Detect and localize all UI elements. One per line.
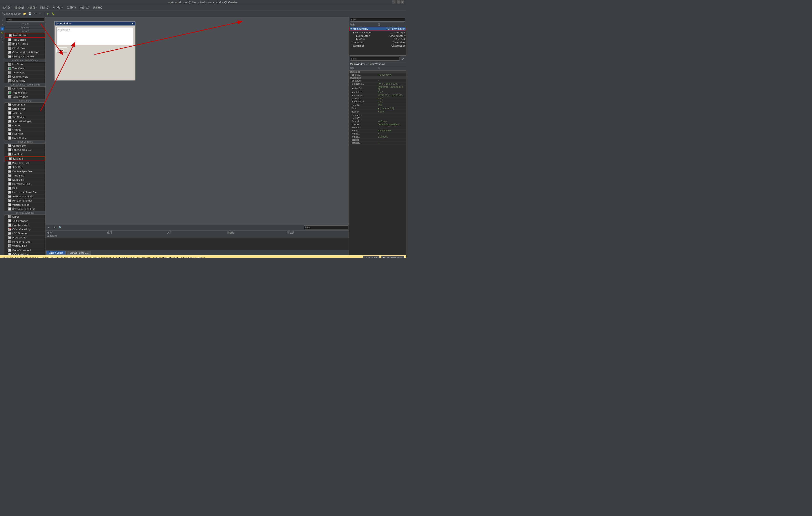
palette-item-calendarwidget[interactable]: 📅 Calendar Widget (5, 227, 45, 232)
palette-search-input[interactable] (6, 18, 45, 22)
bottom-toolbar-btn2[interactable]: ⚙ (52, 225, 57, 230)
tree-item-pushbutton[interactable]: pushButton QPushButton (349, 34, 406, 37)
palette-item-dialogbuttonbox[interactable]: ⬜ Dialog Button Box (5, 54, 45, 59)
palette-item-keysequenceedit[interactable]: ⬜ Key Sequence Edit (5, 207, 45, 211)
mode-debug[interactable]: 🐛 (0, 31, 4, 35)
palette-item-groupbox[interactable]: ⬜ Group Box (5, 103, 45, 107)
maximize-button[interactable]: □ (397, 0, 400, 3)
toolbar-redo[interactable]: ↪ (38, 11, 43, 16)
prop-row-geometry[interactable]: ▶ geome... [(0, 0), 800 x 600] (349, 82, 406, 85)
menu-debug[interactable]: 调试(D) (38, 5, 51, 10)
palette-item-datetimeedit[interactable]: ⬜ Date/Time Edit (5, 182, 45, 186)
bottom-toolbar-btn3[interactable]: 🔍 (58, 225, 63, 230)
palette-item-textbrowser[interactable]: ⬜ Text Browser (5, 219, 45, 223)
prop-row-tooltipduration[interactable]: toolTip... -1 (349, 141, 406, 144)
palette-item-label[interactable]: A Label (5, 215, 45, 219)
palette-item-stackedwidget[interactable]: ⬜ Stacked Widget (5, 119, 45, 124)
palette-item-graphicsview[interactable]: ⬜ Graphics View (5, 223, 45, 227)
prop-row-palette[interactable]: palette 继承 (349, 103, 406, 107)
palette-item-treewidget[interactable]: 🌲 Tree Widget (5, 91, 45, 95)
menu-edit[interactable]: 编辑(E) (13, 5, 26, 10)
palette-item-hline[interactable]: ─ Horizontal Line (5, 240, 45, 244)
prop-row-sizepolicy[interactable]: ▶ sizePol... [Preferred, Preferred, 0, 0… (349, 85, 406, 91)
prop-row-tooltip[interactable]: toolTip (349, 138, 406, 141)
menu-widgets[interactable]: 控件(W) (78, 5, 91, 10)
tree-item-statusbar[interactable]: statusbar QStatusBar (349, 44, 406, 48)
prop-row-cursor[interactable]: cursor ✦ 箭头 (349, 110, 406, 114)
palette-item-tablewidget[interactable]: ⊞ Table Widget (5, 95, 45, 99)
palette-item-undoview[interactable]: ↩ Undo View (5, 79, 45, 83)
palette-item-treeview[interactable]: 🌲 Tree View (5, 66, 45, 71)
palette-item-hscrollbar[interactable]: ⬜ Horizontal Scroll Bar (5, 190, 45, 194)
prop-row-basesize[interactable]: ▶ baseSize 0 x 0 (349, 100, 406, 103)
palette-item-pushbutton[interactable]: ⬜ Push Button (5, 33, 45, 38)
prop-row-maximumsize[interactable]: ▶ maxim... 16777215 x 16777215 (349, 94, 406, 97)
tree-item-centralwidget[interactable]: ▼ centralwidget QWidget (349, 31, 406, 34)
mode-projects[interactable]: ⚙ (0, 35, 4, 39)
palette-item-tabwidget[interactable]: ⬜ Tab Widget (5, 115, 45, 119)
menu-tools[interactable]: 工具(T) (65, 5, 78, 10)
bottom-toolbar-btn1[interactable]: + (46, 225, 51, 230)
toolbar-run[interactable]: ▶ (46, 11, 51, 16)
bottom-filter-input[interactable] (304, 225, 348, 229)
prop-row-accept[interactable]: accept... (349, 126, 406, 129)
canvas-start-button[interactable]: start (56, 48, 67, 53)
toolbar-debug[interactable]: 🐛 (51, 11, 56, 16)
palette-item-vslider[interactable]: ⬜ Vertical Slider (5, 203, 45, 207)
mode-edit[interactable]: ✎ (0, 22, 4, 26)
palette-item-combobox[interactable]: ⬜ Combo Box (5, 144, 45, 148)
palette-item-listwidget[interactable]: ☰ List Widget (5, 87, 45, 91)
menu-analyze[interactable]: Analyze (51, 5, 65, 10)
mode-welcome[interactable]: ⌂ (0, 18, 4, 22)
palette-item-hslider[interactable]: ⬜ Horizontal Slider (5, 199, 45, 203)
palette-item-qquickwidget[interactable]: ⬜ QQuickWidget (5, 252, 45, 255)
palette-item-openglwidget[interactable]: ⬜ OpenGL Widget (5, 248, 45, 252)
palette-item-toolbox[interactable]: ⬜ Tool Box (5, 111, 45, 115)
tab-action-editor[interactable]: Action Editor (46, 251, 66, 255)
palette-item-checkbox[interactable]: ☑ Check Box (5, 46, 45, 50)
tree-item-mainwindow[interactable]: ▼ MainWindow QMainWindow (349, 27, 406, 31)
minimize-button[interactable]: ─ (393, 0, 396, 3)
palette-item-toolbutton[interactable]: ⬜ Tool Button (5, 38, 45, 42)
tree-item-textedit[interactable]: textEdit QTextEdit (349, 37, 406, 41)
toolbar-undo[interactable]: ↩ (33, 11, 37, 16)
palette-item-spinbox[interactable]: ⬜ Spin Box (5, 165, 45, 169)
prop-row-windowicon[interactable]: windo... ≡ (349, 132, 406, 135)
palette-item-vscrollbar[interactable]: ⬜ Vertical Scroll Bar (5, 194, 45, 199)
canvas-area[interactable]: MainWindow ✕ 在这里输入 start (46, 17, 349, 224)
prop-row-tablet[interactable]: tabletT... (349, 117, 406, 120)
menu-build[interactable]: 构建(B) (26, 5, 38, 10)
dont-show-button[interactable]: Do Not Show Again (381, 256, 404, 258)
palette-item-radiobutton[interactable]: ◉ Radio Button (5, 42, 45, 46)
palette-item-vline[interactable]: │ Vertical Line (5, 244, 45, 248)
tree-item-menubar[interactable]: menubar QMenuBar (349, 41, 406, 44)
palette-item-dial[interactable]: ⬜ Dial (5, 186, 45, 190)
prop-row-windowtitle[interactable]: windo... MainWindow (349, 129, 406, 132)
palette-item-widget[interactable]: ⬜ Widget (5, 128, 45, 132)
tab-signals-slots[interactable]: Signals_Slots E... (66, 251, 91, 255)
close-button[interactable]: ✕ (401, 0, 404, 3)
palette-item-dockwidget[interactable]: ⬜ Dock Widget (5, 136, 45, 140)
inspector-search-input[interactable] (350, 18, 405, 22)
prop-row-font[interactable]: font ▲ [Ubuntu, 11] (349, 107, 406, 110)
prop-row-contextmenu[interactable]: contex... DefaultContextMenu (349, 123, 406, 126)
prop-row-enabled[interactable]: enabled ✓ (349, 79, 406, 82)
palette-item-mdiarea[interactable]: ⬜ MDI Area (5, 132, 45, 136)
palette-item-fontcombobox[interactable]: ⬜ Font Combo Box (5, 148, 45, 152)
palette-item-tableview[interactable]: ⊞ Table View (5, 71, 45, 75)
prop-row-mouse[interactable]: mouse... (349, 114, 406, 117)
toolbar-save[interactable]: 💾 (27, 11, 32, 16)
prop-row-objectname[interactable]: object... MainWindow (349, 73, 406, 77)
prop-row-windowopacity[interactable]: windo... 1.000000 (349, 135, 406, 138)
palette-item-doublespinbox[interactable]: ⬜ Double Spin Box (5, 169, 45, 173)
palette-item-dateedit[interactable]: ⬜ Date Edit (5, 178, 45, 182)
palette-item-lcdnumber[interactable]: ⬜ LCD Number (5, 232, 45, 236)
mode-help[interactable]: ? (0, 40, 4, 44)
prop-row-focuspolicy[interactable]: focusP... NoFocus (349, 120, 406, 123)
prop-row-sizeincrement[interactable]: sizeInc... 0 x 0 (349, 97, 406, 100)
palette-item-progressbar[interactable]: ⬜ Progress Bar (5, 236, 45, 240)
palette-item-lineedit[interactable]: ⬜ Line Edit (5, 152, 45, 156)
palette-item-columnview[interactable]: ⊞ Column View (5, 75, 45, 79)
toolbar-open[interactable]: 📁 (22, 11, 27, 16)
take-tour-button[interactable]: Take UI Tour (363, 256, 379, 258)
